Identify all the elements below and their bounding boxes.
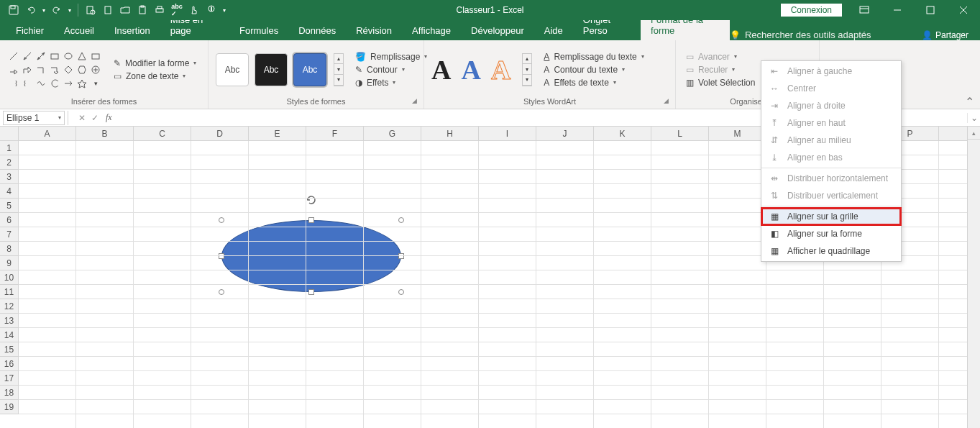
qat-more-icon[interactable]: i	[203, 2, 219, 18]
resize-handle-s[interactable]	[308, 289, 314, 295]
cancel-formula-icon[interactable]: ✕	[78, 113, 86, 123]
qat-dropdown-icon[interactable]: ▾	[40, 2, 47, 18]
row-header[interactable]: 12	[0, 299, 18, 314]
row-header[interactable]: 11	[0, 285, 18, 299]
resize-handle-se[interactable]	[398, 289, 404, 295]
tab-fichier[interactable]: Fichier	[6, 21, 54, 40]
gallery-scroll[interactable]: ▴▾▾	[522, 53, 532, 86]
print-preview-icon[interactable]	[83, 2, 99, 18]
shape-fill-button[interactable]: 🪣Remplissage▾	[352, 51, 430, 63]
shape-outline-button[interactable]: ✎Contour▾	[352, 64, 430, 76]
row-header[interactable]: 14	[0, 328, 18, 342]
style-thumb-1[interactable]: Abc	[216, 53, 249, 86]
shapes-gallery[interactable]: ▾	[7, 50, 102, 90]
touch-mode-icon[interactable]	[186, 2, 202, 18]
column-header[interactable]: C	[134, 127, 191, 140]
qat-dropdown-icon[interactable]: ▾	[66, 2, 73, 18]
row-header[interactable]: 4	[0, 184, 18, 199]
tab-affichage[interactable]: Affichage	[402, 21, 461, 40]
shape-style-gallery[interactable]: Abc Abc Abc ▴▾▾	[216, 53, 344, 86]
align-menu-item[interactable]: ▦Afficher le quadrillage	[761, 242, 901, 260]
select-all-corner[interactable]	[0, 127, 19, 141]
dialog-launcher-icon[interactable]: ◢	[664, 97, 672, 106]
row-header[interactable]: 18	[0, 386, 18, 400]
column-header[interactable]: D	[191, 127, 249, 140]
minimize-button[interactable]	[881, 0, 914, 20]
tab-accueil[interactable]: Accueil	[54, 21, 104, 40]
tab-donnees[interactable]: Données	[288, 21, 346, 40]
row-header[interactable]: 6	[0, 213, 18, 227]
resize-handle-sw[interactable]	[219, 289, 224, 295]
ribbon-display-options-icon[interactable]	[848, 0, 881, 20]
row-header[interactable]: 7	[0, 227, 18, 242]
dialog-launcher-icon[interactable]: ◢	[412, 97, 421, 106]
scroll-up-icon[interactable]: ▴	[968, 127, 980, 140]
resize-handle-nw[interactable]	[219, 217, 224, 223]
wordart-thumb-1[interactable]: A	[431, 54, 451, 86]
save-icon[interactable]	[6, 2, 22, 18]
text-box-button[interactable]: ▭ Zone de texte ▾	[111, 70, 199, 82]
close-button[interactable]	[947, 0, 980, 20]
paste-icon[interactable]	[134, 2, 150, 18]
open-icon[interactable]	[117, 2, 133, 18]
column-header[interactable]: M	[709, 127, 766, 140]
quick-print-icon[interactable]	[152, 2, 168, 18]
column-header[interactable]: E	[249, 127, 306, 140]
enter-formula-icon[interactable]: ✓	[91, 113, 99, 123]
row-header[interactable]: 19	[0, 400, 18, 414]
style-thumb-2[interactable]: Abc	[255, 53, 288, 86]
qat-customize-icon[interactable]: ▾	[221, 2, 228, 18]
row-header[interactable]: 13	[0, 314, 18, 328]
column-header[interactable]: J	[536, 127, 594, 140]
tab-formules[interactable]: Formules	[229, 21, 288, 40]
resize-handle-e[interactable]	[398, 253, 404, 259]
wordart-gallery[interactable]: A A A ▴▾▾	[431, 53, 532, 86]
expand-formula-bar-icon[interactable]: ⌄	[967, 113, 980, 123]
tab-developpeur[interactable]: Développeur	[461, 21, 534, 40]
column-header[interactable]: B	[76, 127, 134, 140]
row-header[interactable]: 10	[0, 270, 18, 285]
resize-handle-ne[interactable]	[398, 217, 404, 223]
row-header[interactable]: 5	[0, 199, 18, 213]
sign-in-button[interactable]: Connexion	[781, 4, 842, 17]
column-header[interactable]: L	[651, 127, 709, 140]
column-header[interactable]: I	[479, 127, 536, 140]
share-button[interactable]: 👤 Partager	[922, 30, 968, 40]
column-header[interactable]: K	[594, 127, 651, 140]
column-header[interactable]: G	[364, 127, 421, 140]
redo-icon[interactable]	[49, 2, 65, 18]
text-outline-button[interactable]: AContour du texte▾	[541, 64, 646, 76]
row-header[interactable]: 9	[0, 256, 18, 270]
fx-icon[interactable]: fx	[106, 112, 112, 123]
tab-aide[interactable]: Aide	[534, 21, 573, 40]
row-headers[interactable]: 12345678910111213141516171819	[0, 141, 19, 414]
tab-revision[interactable]: Révision	[346, 21, 402, 40]
name-box[interactable]: Ellipse 1 ▾	[3, 111, 65, 125]
text-effects-button[interactable]: AEffets de texte▾	[541, 77, 646, 88]
tab-insertion[interactable]: Insertion	[104, 21, 160, 40]
row-header[interactable]: 1	[0, 141, 18, 155]
align-menu-item[interactable]: ◧Aligner sur la forme	[761, 225, 901, 242]
row-header[interactable]: 8	[0, 242, 18, 256]
wordart-thumb-3[interactable]: A	[491, 54, 510, 86]
resize-handle-n[interactable]	[308, 217, 314, 223]
tell-me-input[interactable]	[745, 29, 903, 40]
resize-handle-w[interactable]	[219, 253, 224, 259]
column-header[interactable]: A	[19, 127, 76, 140]
modify-shape-button[interactable]: ✎ Modifier la forme ▾	[111, 58, 199, 69]
collapse-ribbon-icon[interactable]: ⌃	[965, 95, 974, 109]
spelling-icon[interactable]: abc✓	[169, 2, 185, 18]
wordart-thumb-2[interactable]: A	[461, 54, 480, 86]
gallery-scroll[interactable]: ▴▾▾	[334, 53, 344, 86]
style-thumb-3[interactable]: Abc	[293, 53, 326, 86]
row-header[interactable]: 2	[0, 155, 18, 170]
row-header[interactable]: 15	[0, 342, 18, 357]
selection-pane-button[interactable]: ▥Volet Sélection	[683, 77, 758, 88]
row-header[interactable]: 16	[0, 357, 18, 371]
new-file-icon[interactable]	[100, 2, 116, 18]
text-fill-button[interactable]: ARemplissage du texte▾	[541, 51, 646, 63]
row-header[interactable]: 3	[0, 170, 18, 184]
row-header[interactable]: 17	[0, 371, 18, 386]
maximize-button[interactable]	[914, 0, 947, 20]
undo-icon[interactable]	[23, 2, 39, 18]
